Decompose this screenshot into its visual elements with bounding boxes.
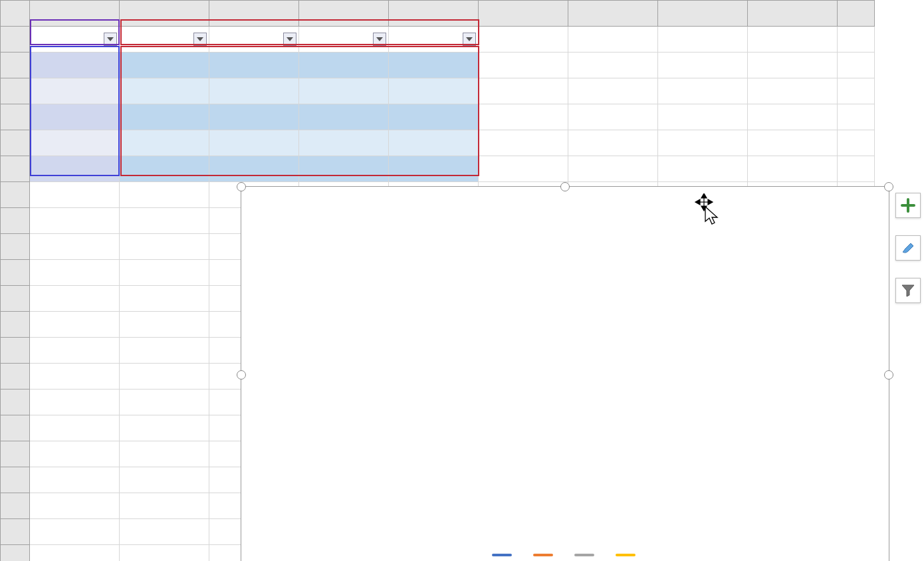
cell-I1[interactable] [748, 27, 838, 53]
cell-E4[interactable] [389, 104, 479, 130]
row-header-10[interactable] [1, 260, 30, 286]
cell[interactable] [120, 312, 209, 338]
cell[interactable] [30, 234, 120, 260]
cell-E3[interactable] [389, 78, 479, 104]
cell[interactable] [120, 493, 209, 519]
cell-H4[interactable] [658, 104, 748, 130]
cell[interactable] [120, 467, 209, 493]
cell-A2[interactable] [30, 53, 120, 78]
cell-B6[interactable] [120, 156, 209, 182]
col-header-F[interactable] [479, 1, 568, 27]
row-header-19[interactable] [1, 493, 30, 519]
row-header-7[interactable] [1, 182, 30, 208]
cell-H1[interactable] [658, 27, 748, 53]
cell-G6[interactable] [568, 156, 658, 182]
cell[interactable] [30, 545, 120, 562]
row-header-14[interactable] [1, 364, 30, 390]
cell-C3[interactable] [209, 78, 299, 104]
cell[interactable] [120, 338, 209, 364]
cell[interactable] [30, 415, 120, 441]
row-header-6[interactable] [1, 156, 30, 182]
cell[interactable] [120, 390, 209, 415]
cell-B3[interactable] [120, 78, 209, 104]
cell-I6[interactable] [748, 156, 838, 182]
cell-C4[interactable] [209, 104, 299, 130]
cell-C2[interactable] [209, 53, 299, 78]
row-header-15[interactable] [1, 390, 30, 415]
cell[interactable] [120, 286, 209, 312]
cell-A6[interactable] [30, 156, 120, 182]
row-header-13[interactable] [1, 338, 30, 364]
row-header-9[interactable] [1, 234, 30, 260]
cell[interactable] [120, 182, 209, 208]
resize-handle-nw[interactable] [237, 182, 246, 191]
row-header-3[interactable] [1, 78, 30, 104]
cell-I3[interactable] [748, 78, 838, 104]
filter-dropdown-icon[interactable] [463, 33, 476, 46]
cell[interactable] [120, 545, 209, 562]
filter-dropdown-icon[interactable] [283, 33, 296, 46]
row-header-16[interactable] [1, 415, 30, 441]
legend-item-two[interactable] [533, 554, 556, 556]
cell-A4[interactable] [30, 104, 120, 130]
chart-styles-button[interactable] [895, 235, 921, 261]
cell[interactable] [30, 286, 120, 312]
cell-E2[interactable] [389, 53, 479, 78]
table-header-one[interactable] [120, 27, 209, 53]
row-header-5[interactable] [1, 130, 30, 156]
cell-J1[interactable] [838, 27, 875, 53]
cell[interactable] [30, 441, 120, 467]
cell[interactable] [30, 493, 120, 519]
cell[interactable] [30, 260, 120, 286]
cell-C6[interactable] [209, 156, 299, 182]
cell[interactable] [30, 312, 120, 338]
cell-D4[interactable] [299, 104, 389, 130]
cell-C5[interactable] [209, 130, 299, 156]
resize-handle-e[interactable] [884, 370, 893, 380]
cell[interactable] [120, 260, 209, 286]
cell-D3[interactable] [299, 78, 389, 104]
cell-J2[interactable] [838, 53, 875, 78]
col-header-J[interactable] [838, 1, 875, 27]
cell-J4[interactable] [838, 104, 875, 130]
col-header-D[interactable] [299, 1, 389, 27]
cell-J6[interactable] [838, 156, 875, 182]
resize-handle-n[interactable] [560, 182, 570, 191]
cell-E5[interactable] [389, 130, 479, 156]
cell-D6[interactable] [299, 156, 389, 182]
cell[interactable] [120, 415, 209, 441]
cell-J5[interactable] [838, 130, 875, 156]
col-header-H[interactable] [658, 1, 748, 27]
cell-I5[interactable] [748, 130, 838, 156]
cell-B5[interactable] [120, 130, 209, 156]
table-header-category[interactable] [30, 27, 120, 53]
cell-A5[interactable] [30, 130, 120, 156]
cell-G2[interactable] [568, 53, 658, 78]
row-header-18[interactable] [1, 467, 30, 493]
cell-B2[interactable] [120, 53, 209, 78]
row-header-21[interactable] [1, 545, 30, 562]
chart-elements-button[interactable] [895, 193, 921, 218]
col-header-G[interactable] [568, 1, 658, 27]
row-header-4[interactable] [1, 104, 30, 130]
cell-H2[interactable] [658, 53, 748, 78]
col-header-C[interactable] [209, 1, 299, 27]
cell-I4[interactable] [748, 104, 838, 130]
cell[interactable] [120, 208, 209, 234]
cell[interactable] [30, 338, 120, 364]
chart-filters-button[interactable] [895, 278, 921, 303]
row-header-11[interactable] [1, 286, 30, 312]
cell[interactable] [30, 390, 120, 415]
col-header-E[interactable] [389, 1, 479, 27]
cell[interactable] [120, 519, 209, 545]
cell-F2[interactable] [479, 53, 568, 78]
chart-legend[interactable] [241, 554, 889, 556]
cell-B4[interactable] [120, 104, 209, 130]
row-header-1[interactable] [1, 27, 30, 53]
cell-G4[interactable] [568, 104, 658, 130]
legend-item-four[interactable] [616, 554, 638, 556]
cell[interactable] [30, 467, 120, 493]
cell[interactable] [30, 182, 120, 208]
cell[interactable] [120, 234, 209, 260]
cell-G1[interactable] [568, 27, 658, 53]
